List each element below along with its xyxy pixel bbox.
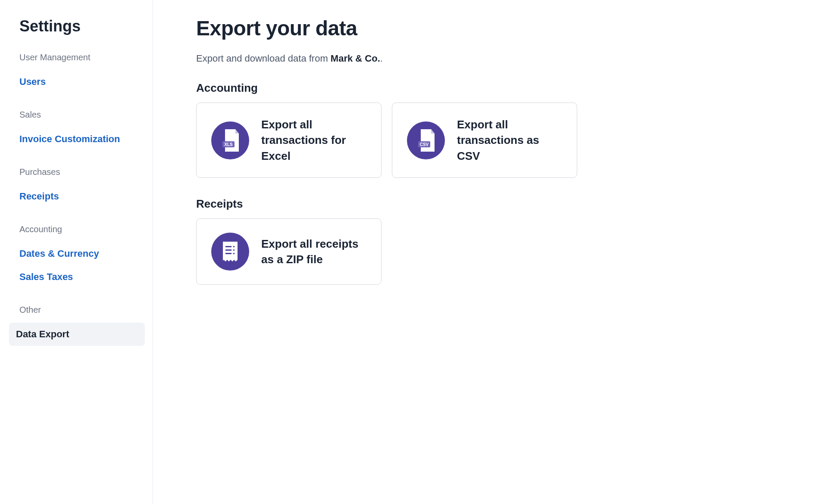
svg-rect-6 [225, 249, 231, 251]
csv-file-icon: CSV [407, 121, 445, 159]
xls-file-icon: XLS [211, 121, 249, 159]
subtitle-company: Mark & Co. [331, 53, 380, 64]
export-card-csv[interactable]: CSV Export all transactions as CSV [392, 103, 577, 178]
sidebar-section-header: Accounting [19, 224, 144, 234]
sidebar-item-sales-taxes[interactable]: Sales Taxes [19, 265, 144, 289]
export-card-label: Export all transactions as CSV [457, 117, 562, 164]
svg-rect-4 [225, 246, 231, 247]
page-subtitle: Export and download data from Mark & Co.… [196, 53, 810, 64]
sidebar-item-users[interactable]: Users [19, 70, 144, 93]
svg-rect-5 [233, 246, 235, 247]
sidebar-section-sales: Sales Invoice Customization [19, 110, 144, 151]
sidebar-section-header: Other [19, 305, 144, 315]
cards-row-accounting: XLS Export all transactions for Excel CS… [196, 103, 810, 178]
main-content: Export your data Export and download dat… [153, 0, 832, 504]
sidebar-section-other: Other Data Export [19, 305, 144, 346]
subtitle-suffix: . [380, 53, 383, 64]
cards-row-receipts: Export all receipts as a ZIP file [196, 218, 810, 285]
sidebar-item-data-export[interactable]: Data Export [9, 323, 145, 346]
export-card-zip[interactable]: Export all receipts as a ZIP file [196, 218, 382, 285]
sidebar-section-accounting: Accounting Dates & Currency Sales Taxes [19, 224, 144, 289]
svg-rect-8 [225, 253, 231, 254]
sidebar-title: Settings [19, 17, 144, 35]
svg-rect-7 [233, 249, 235, 251]
sidebar-section-header: User Management [19, 53, 144, 62]
sidebar-section-header: Sales [19, 110, 144, 120]
sidebar-section-header: Purchases [19, 167, 144, 177]
section-heading-receipts: Receipts [196, 197, 810, 211]
export-card-xls[interactable]: XLS Export all transactions for Excel [196, 103, 382, 178]
sidebar-item-dates-currency[interactable]: Dates & Currency [19, 242, 144, 265]
receipt-icon [211, 233, 249, 271]
sidebar-section-user-management: User Management Users [19, 53, 144, 93]
sidebar-section-purchases: Purchases Receipts [19, 167, 144, 208]
svg-text:CSV: CSV [420, 142, 429, 147]
sidebar: Settings User Management Users Sales Inv… [0, 0, 153, 504]
sidebar-item-receipts[interactable]: Receipts [19, 185, 144, 208]
export-card-label: Export all transactions for Excel [261, 117, 366, 164]
sidebar-item-invoice-customization[interactable]: Invoice Customization [19, 128, 144, 151]
svg-rect-9 [233, 253, 235, 254]
page-title: Export your data [196, 16, 810, 40]
svg-text:XLS: XLS [224, 142, 233, 147]
subtitle-prefix: Export and download data from [196, 53, 331, 64]
section-heading-accounting: Accounting [196, 81, 810, 95]
export-card-label: Export all receipts as a ZIP file [261, 236, 366, 268]
